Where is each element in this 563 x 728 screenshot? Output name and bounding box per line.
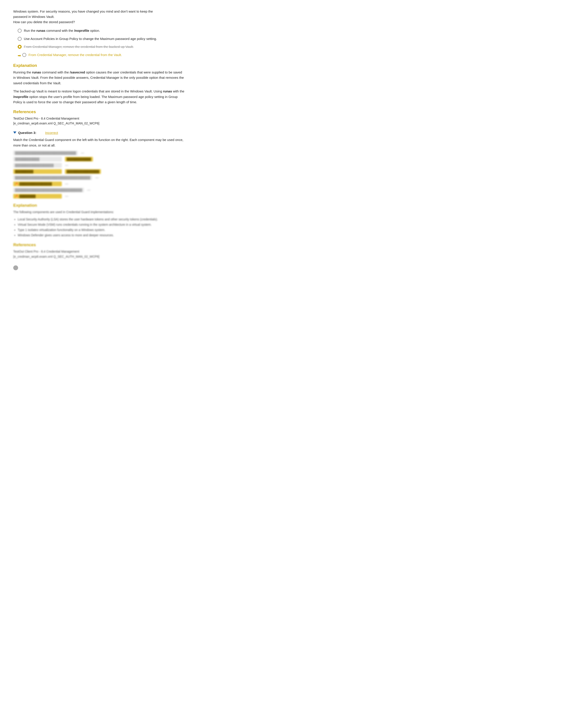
match-right-3 <box>65 165 68 166</box>
match-left-8: 🔥 ████████ <box>13 194 62 199</box>
option-3-text: From Credential Manager, remove the cred… <box>24 44 185 49</box>
correct-arrow-icon: ➡ <box>18 53 21 59</box>
match-right-1 <box>81 152 84 154</box>
match-left-6: 🔥 ████████████████ <box>13 182 62 186</box>
match-row-8: 🔥 ████████ <box>13 194 185 199</box>
option-1-text: Run the runas command with the /noprofil… <box>24 28 185 33</box>
match-right-8 <box>65 196 68 197</box>
references-line1: TestOut Client Pro - 8.4 Credential Mana… <box>13 116 185 121</box>
q3-references-block: TestOut Client Pro - 8.4 Credential Mana… <box>13 249 185 259</box>
match-row-6: 🔥 ████████████████ <box>13 182 185 186</box>
match-right-7 <box>87 190 90 191</box>
collapse-icon[interactable] <box>13 131 16 134</box>
savecred-bold: /savecred <box>70 70 85 74</box>
runas-bold-1: runas <box>36 29 45 32</box>
page-indicator-dot <box>13 265 18 270</box>
match-left-1: ██████████████████████████████ <box>13 151 78 155</box>
match-left-4: █████████ <box>13 169 62 174</box>
runas-bold-3: runas <box>163 89 172 93</box>
answer-options: Run the runas command with the /noprofil… <box>18 28 185 59</box>
radio-1[interactable] <box>18 29 22 33</box>
match-row-7: █████████████████████████████████ <box>13 188 185 192</box>
references-block: TestOut Client Pro - 8.4 Credential Mana… <box>13 116 185 126</box>
noprofile-bold2: /noprofile <box>13 95 28 99</box>
incorrect-status[interactable]: Incorrect <box>45 131 58 135</box>
option-1[interactable]: Run the runas command with the /noprofil… <box>18 28 185 33</box>
match-table: ██████████████████████████████ █████████… <box>13 151 185 199</box>
q3-explanation-heading: Explanation <box>13 203 185 208</box>
explanation-para2: The backed-up Vault is meant to restore … <box>13 89 185 105</box>
match-right-4: ████████████████ <box>65 169 101 174</box>
q3-explanation-text: The following components are used in Cre… <box>13 210 185 215</box>
option-2-text: Use Account Policies in Group Policy to … <box>24 36 185 41</box>
radio-2[interactable] <box>18 37 22 41</box>
match-left-3: ███████████████████ <box>13 163 62 168</box>
question-3-header: Question 3: Incorrect <box>13 131 185 135</box>
question-3-label: Question 3: <box>18 131 36 135</box>
intro-line2: password in Windows Vault. <box>13 15 54 19</box>
match-row-4: █████████ ████████████████ <box>13 169 185 174</box>
match-left-7: █████████████████████████████████ <box>13 188 84 192</box>
option-4[interactable]: ➡ From Credential Manager, remove the cr… <box>18 53 185 59</box>
match-row-3: ███████████████████ <box>13 163 185 168</box>
option-3[interactable]: From Credential Manager, remove the cred… <box>18 44 185 49</box>
match-row-1: ██████████████████████████████ <box>13 151 185 155</box>
match-right-5 <box>95 177 99 178</box>
intro-paragraph: Windows system. For security reasons, yo… <box>13 9 185 25</box>
explanation-para1: Running the runas command with the /save… <box>13 70 185 86</box>
explanation-heading: Explanation <box>13 63 185 68</box>
option-4-text: From Credential Manager, remove the cred… <box>28 53 185 58</box>
option-2[interactable]: Use Account Policies in Group Policy to … <box>18 36 185 41</box>
references-heading: References <box>13 109 185 114</box>
q3-explanation-bullets: Local Security Authority (LSA) stores th… <box>18 217 185 238</box>
references-line2: [e_credman_wcp6.exam.xml Q_SEC_AUTH_MAN_… <box>13 121 185 126</box>
radio-3[interactable] <box>18 45 22 49</box>
runas-bold-2: runas <box>32 70 41 74</box>
match-left-5: █████████████████████████████████████ <box>13 175 92 180</box>
match-row-5: █████████████████████████████████████ <box>13 175 185 180</box>
question-3-description: Match the Credential Guard component on … <box>13 137 185 148</box>
match-right-2: ████████████ <box>65 157 93 161</box>
match-right-6 <box>65 183 68 185</box>
noprofile-bold: /noprofile <box>74 29 89 32</box>
intro-line3: How can you delete the stored password? <box>13 20 75 24</box>
match-left-2: ████████████ <box>13 157 62 161</box>
intro-line1: Windows system. For security reasons, yo… <box>13 9 153 13</box>
radio-4[interactable] <box>22 53 26 57</box>
q3-references-heading: References <box>13 242 185 247</box>
match-row-2: ████████████ ████████████ <box>13 157 185 161</box>
